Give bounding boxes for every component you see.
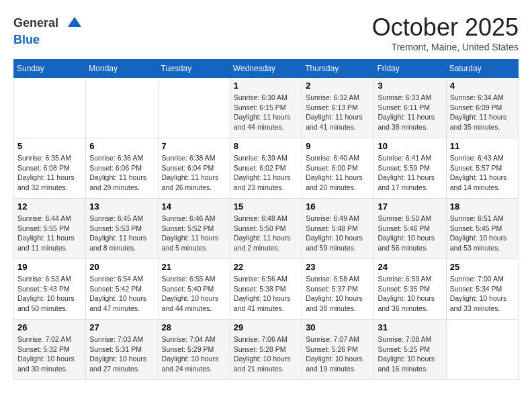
day-info: Sunrise: 7:08 AMSunset: 5:25 PMDaylight:… xyxy=(378,334,442,374)
day-info: Sunrise: 6:38 AMSunset: 6:04 PMDaylight:… xyxy=(162,153,226,193)
calendar-cell: 11Sunrise: 6:43 AMSunset: 5:57 PMDayligh… xyxy=(446,138,518,199)
calendar-cell: 16Sunrise: 6:49 AMSunset: 5:48 PMDayligh… xyxy=(302,199,374,259)
day-number: 7 xyxy=(162,141,226,151)
calendar-cell: 29Sunrise: 7:06 AMSunset: 5:28 PMDayligh… xyxy=(230,320,302,380)
day-number: 16 xyxy=(306,201,370,212)
day-info: Sunrise: 7:04 AMSunset: 5:29 PMDaylight:… xyxy=(162,334,226,374)
day-number: 15 xyxy=(234,201,298,212)
calendar-cell: 1Sunrise: 6:30 AMSunset: 6:15 PMDaylight… xyxy=(230,78,302,138)
day-info: Sunrise: 6:30 AMSunset: 6:15 PMDaylight:… xyxy=(234,93,298,132)
logo-general: General xyxy=(13,16,58,30)
page-header: General Blue October 2025 Tremont, Maine… xyxy=(13,13,519,52)
day-number: 24 xyxy=(378,262,442,272)
day-number: 1 xyxy=(234,81,298,91)
day-number: 8 xyxy=(234,141,298,151)
day-info: Sunrise: 6:53 AMSunset: 5:43 PMDaylight:… xyxy=(17,274,82,314)
logo: General Blue xyxy=(13,13,85,47)
day-info: Sunrise: 6:35 AMSunset: 6:08 PMDaylight:… xyxy=(17,153,82,193)
calendar-cell: 4Sunrise: 6:34 AMSunset: 6:09 PMDaylight… xyxy=(446,78,518,138)
calendar-cell: 15Sunrise: 6:48 AMSunset: 5:50 PMDayligh… xyxy=(230,199,302,259)
day-info: Sunrise: 7:06 AMSunset: 5:28 PMDaylight:… xyxy=(234,334,298,374)
day-number: 13 xyxy=(89,201,154,212)
calendar-table: SundayMondayTuesdayWednesdayThursdayFrid… xyxy=(13,59,519,380)
column-header-wednesday: Wednesday xyxy=(230,60,302,78)
calendar-cell: 27Sunrise: 7:03 AMSunset: 5:31 PMDayligh… xyxy=(86,320,158,380)
calendar-cell: 30Sunrise: 7:07 AMSunset: 5:26 PMDayligh… xyxy=(302,320,374,380)
calendar-cell: 2Sunrise: 6:32 AMSunset: 6:13 PMDaylight… xyxy=(302,78,374,138)
calendar-cell: 3Sunrise: 6:33 AMSunset: 6:11 PMDaylight… xyxy=(374,78,446,138)
day-number: 19 xyxy=(17,262,82,272)
day-info: Sunrise: 6:40 AMSunset: 6:00 PMDaylight:… xyxy=(306,153,370,193)
calendar-cell: 28Sunrise: 7:04 AMSunset: 5:29 PMDayligh… xyxy=(158,320,230,380)
calendar-cell: 6Sunrise: 6:36 AMSunset: 6:06 PMDaylight… xyxy=(86,138,158,199)
column-header-saturday: Saturday xyxy=(446,60,518,78)
calendar-cell xyxy=(14,78,86,138)
calendar-cell xyxy=(446,320,518,380)
calendar-week-row: 26Sunrise: 7:02 AMSunset: 5:32 PMDayligh… xyxy=(14,320,519,380)
day-number: 10 xyxy=(378,141,442,151)
day-number: 27 xyxy=(89,322,154,332)
calendar-cell: 31Sunrise: 7:08 AMSunset: 5:25 PMDayligh… xyxy=(374,320,446,380)
day-number: 5 xyxy=(17,141,82,151)
day-info: Sunrise: 6:43 AMSunset: 5:57 PMDaylight:… xyxy=(450,153,515,193)
day-info: Sunrise: 6:39 AMSunset: 6:02 PMDaylight:… xyxy=(234,153,298,193)
calendar-cell: 5Sunrise: 6:35 AMSunset: 6:08 PMDaylight… xyxy=(14,138,86,199)
calendar-cell: 21Sunrise: 6:55 AMSunset: 5:40 PMDayligh… xyxy=(158,259,230,320)
title-area: October 2025 Tremont, Maine, United Stat… xyxy=(372,13,519,52)
calendar-week-row: 19Sunrise: 6:53 AMSunset: 5:43 PMDayligh… xyxy=(14,259,519,320)
day-info: Sunrise: 7:07 AMSunset: 5:26 PMDaylight:… xyxy=(306,334,370,374)
calendar-cell: 24Sunrise: 6:59 AMSunset: 5:35 PMDayligh… xyxy=(374,259,446,320)
calendar-cell xyxy=(86,78,158,138)
day-number: 28 xyxy=(162,322,226,332)
day-info: Sunrise: 6:36 AMSunset: 6:06 PMDaylight:… xyxy=(89,153,154,193)
day-number: 6 xyxy=(89,141,154,151)
day-info: Sunrise: 6:49 AMSunset: 5:48 PMDaylight:… xyxy=(306,214,370,253)
calendar-cell: 22Sunrise: 6:56 AMSunset: 5:38 PMDayligh… xyxy=(230,259,302,320)
logo-blue: Blue xyxy=(13,34,85,47)
svg-marker-0 xyxy=(68,17,81,27)
day-number: 18 xyxy=(450,201,515,212)
calendar-cell: 18Sunrise: 6:51 AMSunset: 5:45 PMDayligh… xyxy=(446,199,518,259)
day-info: Sunrise: 6:55 AMSunset: 5:40 PMDaylight:… xyxy=(162,274,226,314)
day-number: 21 xyxy=(162,262,226,272)
day-number: 9 xyxy=(306,141,370,151)
column-header-monday: Monday xyxy=(86,60,158,78)
column-header-tuesday: Tuesday xyxy=(158,60,230,78)
calendar-cell: 14Sunrise: 6:46 AMSunset: 5:52 PMDayligh… xyxy=(158,199,230,259)
calendar-cell: 17Sunrise: 6:50 AMSunset: 5:46 PMDayligh… xyxy=(374,199,446,259)
day-info: Sunrise: 6:51 AMSunset: 5:45 PMDaylight:… xyxy=(450,214,515,253)
day-info: Sunrise: 6:50 AMSunset: 5:46 PMDaylight:… xyxy=(378,214,442,253)
calendar-week-row: 12Sunrise: 6:44 AMSunset: 5:55 PMDayligh… xyxy=(14,199,519,259)
day-info: Sunrise: 6:48 AMSunset: 5:50 PMDaylight:… xyxy=(234,214,298,253)
day-info: Sunrise: 7:02 AMSunset: 5:32 PMDaylight:… xyxy=(17,334,82,374)
day-info: Sunrise: 6:58 AMSunset: 5:37 PMDaylight:… xyxy=(306,274,370,314)
day-number: 22 xyxy=(234,262,298,272)
day-info: Sunrise: 6:44 AMSunset: 5:55 PMDaylight:… xyxy=(17,214,82,253)
calendar-cell: 10Sunrise: 6:41 AMSunset: 5:59 PMDayligh… xyxy=(374,138,446,199)
day-number: 3 xyxy=(378,81,442,91)
month-title: October 2025 xyxy=(372,13,519,42)
day-info: Sunrise: 6:54 AMSunset: 5:42 PMDaylight:… xyxy=(89,274,154,314)
day-info: Sunrise: 6:32 AMSunset: 6:13 PMDaylight:… xyxy=(306,93,370,132)
day-info: Sunrise: 6:41 AMSunset: 5:59 PMDaylight:… xyxy=(378,153,442,193)
column-header-friday: Friday xyxy=(374,60,446,78)
day-number: 20 xyxy=(89,262,154,272)
calendar-cell: 8Sunrise: 6:39 AMSunset: 6:02 PMDaylight… xyxy=(230,138,302,199)
day-number: 30 xyxy=(306,322,370,332)
day-info: Sunrise: 6:33 AMSunset: 6:11 PMDaylight:… xyxy=(378,93,442,132)
day-number: 4 xyxy=(450,81,515,91)
location-subtitle: Tremont, Maine, United States xyxy=(372,42,519,52)
calendar-header-row: SundayMondayTuesdayWednesdayThursdayFrid… xyxy=(14,60,519,78)
day-info: Sunrise: 6:46 AMSunset: 5:52 PMDaylight:… xyxy=(162,214,226,253)
day-info: Sunrise: 6:59 AMSunset: 5:35 PMDaylight:… xyxy=(378,274,442,314)
day-number: 29 xyxy=(234,322,298,332)
column-header-thursday: Thursday xyxy=(302,60,374,78)
day-number: 25 xyxy=(450,262,515,272)
calendar-week-row: 5Sunrise: 6:35 AMSunset: 6:08 PMDaylight… xyxy=(14,138,519,199)
day-number: 23 xyxy=(306,262,370,272)
calendar-cell: 26Sunrise: 7:02 AMSunset: 5:32 PMDayligh… xyxy=(14,320,86,380)
calendar-cell: 13Sunrise: 6:45 AMSunset: 5:53 PMDayligh… xyxy=(86,199,158,259)
day-number: 14 xyxy=(162,201,226,212)
calendar-cell: 9Sunrise: 6:40 AMSunset: 6:00 PMDaylight… xyxy=(302,138,374,199)
day-number: 17 xyxy=(378,201,442,212)
